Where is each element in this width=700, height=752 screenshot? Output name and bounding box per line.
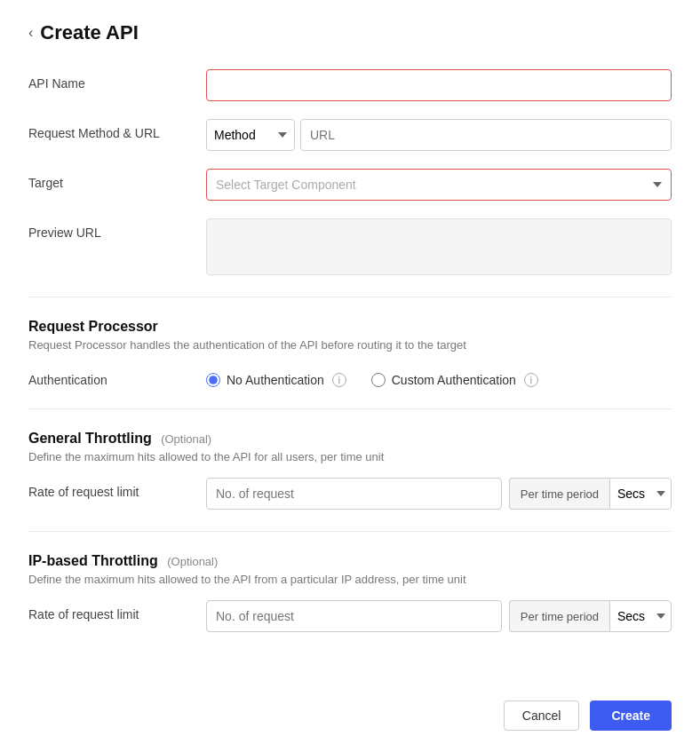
custom-auth-label: Custom Authentication — [392, 373, 516, 387]
general-throttling-optional: (Optional) — [161, 432, 211, 446]
auth-row: Authentication No Authentication i Custo… — [28, 366, 672, 387]
ip-rate-input[interactable] — [206, 600, 502, 632]
url-input[interactable] — [300, 119, 672, 151]
ip-per-time-label: Per time period — [509, 600, 609, 632]
ip-secs-select[interactable]: Secs Mins Hours — [609, 600, 672, 632]
ip-rate-control: Per time period Secs Mins Hours — [206, 600, 672, 632]
divider-2 — [28, 408, 672, 409]
general-rate-input[interactable] — [206, 478, 502, 510]
page-container: ‹ Create API API Name Request Method & U… — [0, 0, 700, 752]
request-method-row: Request Method & URL Method GET POST PUT… — [28, 119, 672, 151]
divider-1 — [28, 297, 672, 297]
divider-3 — [28, 531, 672, 532]
auth-options: No Authentication i Custom Authenticatio… — [206, 373, 538, 387]
ip-throttling-subtitle: Define the maximum hits allowed to the A… — [28, 573, 672, 586]
request-method-label: Request Method & URL — [28, 119, 206, 140]
no-auth-option[interactable]: No Authentication i — [206, 373, 346, 387]
method-select[interactable]: Method GET POST PUT DELETE PATCH — [206, 119, 295, 151]
request-processor-section: Request Processor Request Processor hand… — [28, 319, 672, 387]
general-rate-row: Rate of request limit Per time period Se… — [28, 478, 672, 510]
general-secs-select[interactable]: Secs Mins Hours — [609, 478, 672, 510]
ip-rate-row: Rate of request limit Per time period Se… — [28, 600, 672, 632]
no-auth-label: No Authentication — [227, 373, 324, 387]
method-url-control: Method GET POST PUT DELETE PATCH — [206, 119, 672, 151]
general-throttling-title: General Throttling (Optional) — [28, 431, 672, 447]
api-name-control — [206, 69, 672, 101]
general-throttling-section: General Throttling (Optional) Define the… — [28, 431, 672, 510]
preview-url-control — [206, 218, 672, 275]
request-processor-subtitle: Request Processor handles the authentica… — [28, 338, 672, 352]
no-auth-radio[interactable] — [206, 373, 220, 387]
page-title: Create API — [40, 21, 138, 44]
target-label: Target — [28, 169, 206, 190]
target-row: Target Select Target Component — [28, 169, 672, 201]
request-processor-title: Request Processor — [28, 319, 672, 335]
general-rate-control: Per time period Secs Mins Hours — [206, 478, 672, 510]
auth-label: Authentication — [28, 366, 206, 387]
custom-auth-radio[interactable] — [371, 373, 386, 387]
footer-buttons: Cancel Create — [504, 701, 672, 731]
target-select[interactable]: Select Target Component — [206, 169, 672, 201]
custom-auth-info-icon[interactable]: i — [524, 373, 538, 387]
general-per-time-label: Per time period — [509, 478, 609, 510]
create-button[interactable]: Create — [590, 701, 672, 731]
no-auth-info-icon[interactable]: i — [332, 373, 346, 387]
api-name-row: API Name — [28, 69, 672, 101]
back-icon[interactable]: ‹ — [28, 25, 33, 41]
preview-url-label: Preview URL — [28, 218, 206, 240]
api-name-label: API Name — [28, 69, 206, 91]
general-period-wrapper: Per time period Secs Mins Hours — [509, 478, 672, 510]
cancel-button[interactable]: Cancel — [504, 701, 580, 731]
target-control: Select Target Component — [206, 169, 672, 201]
custom-auth-option[interactable]: Custom Authentication i — [371, 373, 538, 387]
preview-url-row: Preview URL — [28, 218, 672, 275]
general-throttling-subtitle: Define the maximum hits allowed to the A… — [28, 450, 672, 463]
preview-url-box — [206, 218, 672, 275]
api-name-input[interactable] — [206, 69, 672, 101]
ip-period-wrapper: Per time period Secs Mins Hours — [509, 600, 672, 632]
ip-throttling-section: IP-based Throttling (Optional) Define th… — [28, 553, 672, 632]
ip-rate-label: Rate of request limit — [28, 600, 206, 621]
page-header: ‹ Create API — [28, 21, 672, 44]
ip-throttling-optional: (Optional) — [167, 555, 218, 568]
ip-throttling-title: IP-based Throttling (Optional) — [28, 553, 672, 569]
general-rate-label: Rate of request limit — [28, 478, 206, 499]
